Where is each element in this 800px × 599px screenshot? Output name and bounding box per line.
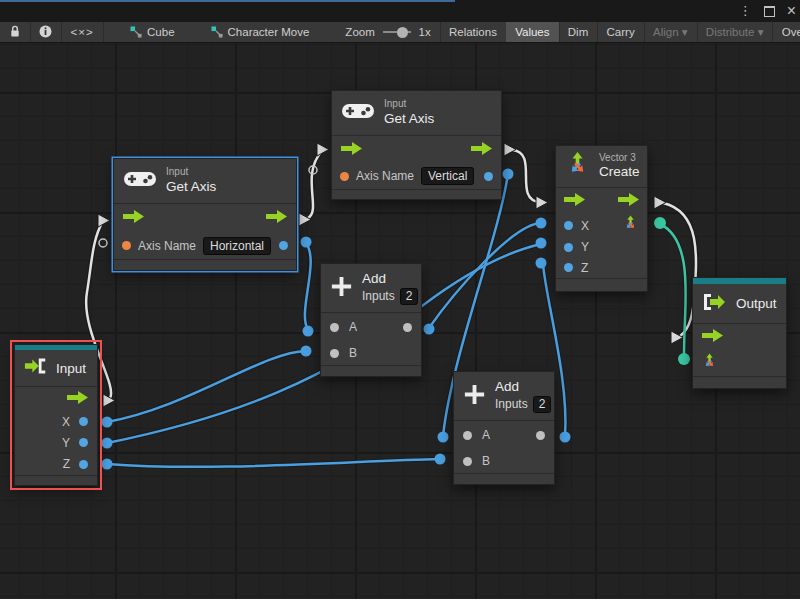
node-add-1[interactable]: Add Inputs2 A B (320, 263, 422, 377)
port-b-label: B (349, 346, 357, 360)
node-footer (454, 473, 554, 484)
node-header: Output (693, 284, 786, 323)
carry-button[interactable]: Carry (598, 22, 644, 42)
node-vector3-create[interactable]: Vector 3Create X Y Z (555, 145, 648, 292)
port-x-out[interactable] (79, 417, 88, 426)
flow-out-port-icon[interactable] (618, 192, 639, 210)
axis-name-field[interactable]: Vertical (421, 167, 474, 185)
add-icon (462, 382, 487, 411)
graph-toolbar: <×> Cube Character Move Zoom 1x Relation… (0, 22, 800, 43)
port-b-in[interactable] (330, 349, 339, 358)
close-icon[interactable]: × (787, 0, 796, 22)
node-header: Input (15, 350, 97, 386)
node-get-axis-vertical[interactable]: InputGet Axis Axis Name Vertical (331, 90, 502, 200)
node-title: Output (736, 296, 777, 311)
lock-button[interactable] (0, 22, 30, 42)
node-footer (332, 189, 501, 199)
breadcrumb-cube[interactable]: Cube (121, 22, 184, 42)
axis-value-out-port[interactable] (279, 241, 288, 250)
port-y-in[interactable] (564, 243, 573, 252)
info-button[interactable] (30, 22, 61, 42)
chevron-down-icon: ▾ (758, 25, 764, 39)
node-subtitle: Vector 3 (599, 152, 640, 165)
port-a-in[interactable] (463, 431, 472, 440)
node-title: Input (56, 361, 86, 376)
node-graph-output[interactable]: Output (692, 277, 787, 389)
align-label: Align (653, 26, 679, 38)
port-a-label: A (349, 320, 357, 334)
zoom-label: Zoom (336, 22, 378, 42)
inputs-label: Inputs (362, 289, 395, 304)
align-dropdown[interactable]: Align ▾ (644, 22, 697, 42)
port-x-in[interactable] (564, 221, 573, 230)
flow-out-port-icon[interactable] (266, 209, 287, 227)
gamepad-icon (341, 101, 375, 125)
kebab-menu-icon[interactable]: ⋮ (739, 0, 752, 22)
node-title: Get Axis (166, 179, 216, 196)
flow-in-port-icon[interactable] (123, 209, 144, 227)
maximize-icon[interactable] (764, 6, 775, 17)
add-icon (329, 274, 354, 303)
chevron-down-icon: ▾ (682, 25, 688, 39)
code-view-button[interactable]: <×> (62, 22, 103, 42)
port-z-label: Z (581, 261, 588, 275)
node-title: Get Axis (384, 111, 434, 128)
port-a-in[interactable] (330, 323, 339, 332)
sum-out-port[interactable] (403, 323, 412, 332)
port-x-label: X (581, 219, 589, 233)
axis-name-field[interactable]: Horizontal (203, 237, 271, 255)
port-y-label: Y (62, 436, 70, 450)
port-y-out[interactable] (79, 438, 88, 447)
vector3-out-port-icon[interactable] (622, 215, 639, 236)
distribute-dropdown[interactable]: Distribute ▾ (697, 22, 773, 42)
breadcrumb-cube-label: Cube (147, 26, 175, 38)
graph-ref-icon (130, 26, 142, 38)
inputs-label: Inputs (495, 397, 528, 412)
flow-in-port-icon[interactable] (341, 141, 362, 159)
node-graph-input[interactable]: Input X Y Z (14, 344, 98, 486)
values-button[interactable]: Values (506, 22, 558, 42)
node-title: Add (495, 379, 551, 396)
axis-name-port[interactable] (122, 241, 131, 250)
axis-value-out-port[interactable] (484, 172, 493, 181)
unity-script-graph-window: InputGet Axis Axis Name Vertical InputGe… (0, 0, 800, 599)
vector3-in-port-icon[interactable] (701, 353, 718, 374)
relations-button[interactable]: Relations (440, 22, 506, 42)
lock-icon (9, 24, 21, 40)
node-add-2[interactable]: Add Inputs2 A B (453, 371, 555, 485)
gamepad-icon (123, 169, 157, 193)
zoom-slider[interactable] (383, 31, 411, 33)
sum-out-port[interactable] (536, 431, 545, 440)
focus-highlight-line (0, 0, 455, 2)
dim-button[interactable]: Dim (559, 22, 597, 42)
flow-in-port-icon[interactable] (564, 192, 585, 210)
inputs-count-field[interactable]: 2 (533, 396, 552, 413)
port-b-in[interactable] (463, 457, 472, 466)
inputs-count-field[interactable]: 2 (400, 288, 419, 305)
port-a-label: A (482, 428, 490, 442)
flow-out-port-icon[interactable] (67, 390, 88, 408)
axis-name-label: Axis Name (356, 169, 414, 183)
flow-in-port-icon[interactable] (702, 328, 723, 346)
node-footer (114, 259, 296, 270)
vector3-icon (564, 151, 591, 182)
port-b-label: B (482, 454, 490, 468)
node-header: Add Inputs2 (454, 372, 554, 420)
node-get-axis-horizontal[interactable]: InputGet Axis Axis Name Horizontal (113, 158, 297, 271)
port-z-in[interactable] (564, 263, 573, 272)
overview-button[interactable]: Overv (773, 22, 800, 42)
breadcrumb-character-move-label: Character Move (228, 26, 310, 38)
breadcrumb-character-move[interactable]: Character Move (202, 22, 319, 42)
axis-name-port[interactable] (340, 172, 349, 181)
node-title: Add (362, 271, 418, 288)
info-icon (39, 25, 52, 40)
port-y-label: Y (581, 240, 589, 254)
port-z-label: Z (63, 457, 70, 471)
code-icon: <×> (71, 26, 94, 38)
flow-out-port-icon[interactable] (471, 141, 492, 159)
zoom-slider-handle[interactable] (397, 27, 408, 38)
graph-input-icon (24, 357, 48, 379)
distribute-label: Distribute (706, 26, 755, 38)
port-z-out[interactable] (79, 460, 88, 469)
node-title: Create (599, 164, 640, 181)
